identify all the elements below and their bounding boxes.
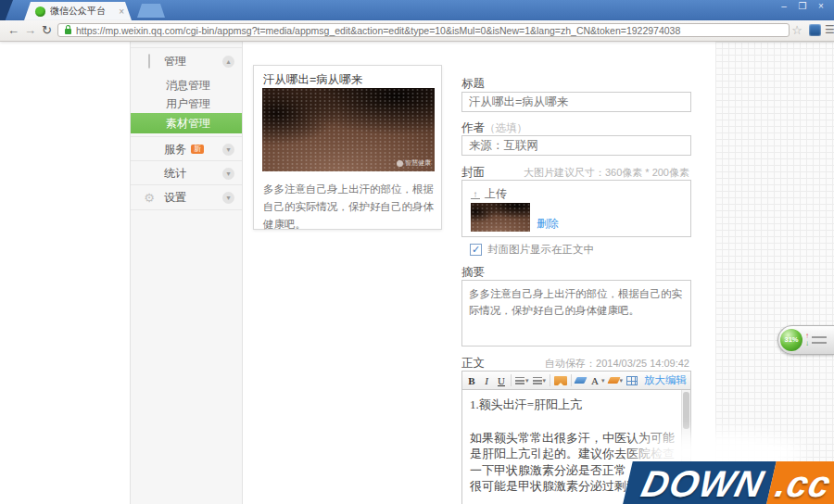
cover-thumbnail[interactable] bbox=[471, 203, 530, 232]
bold-button[interactable]: B bbox=[466, 375, 477, 386]
download-arrow-icon: ↓ bbox=[805, 340, 809, 347]
sidebar: 管理 ▴ 消息管理 用户管理 素材管理 服务 新 ▾ 统计 ▾ bbox=[130, 42, 243, 504]
summary-label: 摘要 bbox=[461, 265, 485, 281]
editor-paragraph: 1.额头出汗=肝阳上亢 bbox=[470, 397, 677, 413]
enlarge-editor-link[interactable]: 放大编辑 bbox=[644, 373, 687, 387]
browser-tab[interactable]: 微信公众平台 × bbox=[24, 2, 132, 20]
speed-orb[interactable]: 31% bbox=[780, 329, 802, 351]
upload-icon: ↑ bbox=[471, 190, 480, 199]
browser-titlebar: 微信公众平台 × – ❐ × bbox=[0, 0, 834, 20]
gear-icon: ⚙ bbox=[142, 192, 157, 204]
close-button[interactable]: × bbox=[812, 0, 830, 15]
chevron-up-icon[interactable]: ▴ bbox=[222, 56, 234, 68]
minimize-button[interactable]: – bbox=[775, 0, 793, 15]
insert-image-button[interactable] bbox=[554, 376, 567, 385]
sidebar-item-message-manage[interactable]: 消息管理 bbox=[131, 77, 242, 94]
sidebar-label: 统计 bbox=[164, 166, 186, 182]
browser-toolbar: ← → ↻ ☆ ☰ bbox=[0, 20, 834, 42]
cover-upload-area: ↑ 上传 删除 bbox=[461, 180, 691, 237]
refresh-button[interactable]: ↻ bbox=[39, 22, 55, 38]
sidebar-item-manage[interactable]: 管理 ▴ bbox=[131, 47, 242, 74]
address-bar[interactable] bbox=[57, 23, 790, 37]
sidebar-item-material-manage[interactable]: 素材管理 bbox=[131, 113, 242, 133]
browser-menu-icon[interactable]: ☰ bbox=[825, 22, 834, 38]
editor-scrollbar-thumb[interactable] bbox=[683, 392, 689, 429]
toolbar-separator bbox=[571, 374, 572, 386]
chevron-down-icon[interactable]: ▾ bbox=[222, 192, 234, 204]
article-description: 多多注意自己身上出汗的部位，根据自己的实际情况，保护好自己的身体健康吧。 bbox=[263, 181, 434, 233]
restore-button[interactable]: ❐ bbox=[793, 0, 812, 15]
inbox-icon bbox=[142, 55, 157, 68]
show-cover-checkbox-row[interactable]: ✓ 封面图片显示在正文中 bbox=[470, 243, 594, 257]
chevron-down-icon[interactable]: ▾ bbox=[222, 144, 234, 156]
body-label: 正文 bbox=[461, 356, 485, 372]
speed-text-clipped bbox=[812, 336, 827, 344]
upload-button[interactable]: ↑ 上传 bbox=[471, 186, 507, 202]
toolbar-separator bbox=[550, 374, 550, 386]
image-watermark: 智慧健康 bbox=[397, 158, 431, 168]
autosave-status: 自动保存：2014/03/25 14:09:42 bbox=[545, 357, 689, 371]
checkbox-checked-icon[interactable]: ✓ bbox=[470, 244, 482, 256]
traffic-arrows: ↑ ↓ bbox=[805, 333, 809, 347]
sidebar-label: 管理 bbox=[164, 54, 186, 69]
extension-icon[interactable] bbox=[809, 24, 821, 36]
cover-label: 封面 bbox=[461, 165, 485, 181]
downcc-logo-blue: DOWN bbox=[622, 461, 776, 504]
window-edge bbox=[0, 0, 13, 20]
https-lock-icon bbox=[65, 29, 71, 34]
font-color-button[interactable]: A▾ bbox=[589, 375, 605, 386]
author-label: 作者（选填） bbox=[461, 120, 527, 136]
format-brush-button[interactable] bbox=[574, 377, 587, 384]
title-input[interactable] bbox=[461, 92, 691, 112]
editor-toolbar: B I U ▾ ▾ A▾ ▾ 放大编辑 bbox=[461, 371, 691, 390]
back-button[interactable]: ← bbox=[6, 22, 21, 38]
delete-cover-link[interactable]: 删除 bbox=[537, 216, 559, 232]
chevron-down-icon[interactable]: ▾ bbox=[222, 168, 234, 180]
ordered-list-button[interactable]: ▾ bbox=[515, 377, 529, 384]
article-preview-card[interactable]: 汗从哪出=病从哪来 智慧健康 多多注意自己身上出汗的部位，根据自己的实际情况，保… bbox=[253, 65, 442, 230]
checkbox-label: 封面图片显示在正文中 bbox=[487, 243, 594, 257]
sidebar-label: 设置 bbox=[164, 190, 186, 206]
author-input[interactable] bbox=[461, 135, 691, 156]
wechat-favicon-icon bbox=[35, 6, 45, 17]
sidebar-item-user-manage[interactable]: 用户管理 bbox=[131, 95, 242, 113]
title-label: 标题 bbox=[461, 76, 485, 92]
insert-table-button[interactable] bbox=[626, 376, 638, 385]
sidebar-label: 服务 bbox=[164, 142, 186, 158]
forward-button[interactable]: → bbox=[22, 22, 38, 38]
underline-button[interactable]: U bbox=[496, 375, 507, 386]
url-input[interactable] bbox=[76, 25, 784, 36]
article-cover-image: 智慧健康 bbox=[262, 88, 435, 171]
browser-window: 微信公众平台 × – ❐ × ← → ↻ ☆ ☰ 管理 ▴ bbox=[0, 0, 834, 504]
new-badge: 新 bbox=[191, 145, 204, 154]
sidebar-sub-label: 消息管理 bbox=[166, 78, 210, 94]
cover-size-hint: 大图片建议尺寸：360像素 * 200像素 bbox=[524, 166, 689, 180]
bookmark-star-icon[interactable]: ☆ bbox=[791, 22, 802, 38]
sidebar-sub-label: 用户管理 bbox=[166, 96, 210, 112]
sidebar-item-stats[interactable]: 统计 ▾ bbox=[131, 160, 242, 185]
downcc-watermark: DOWN .cc bbox=[622, 461, 834, 504]
sidebar-item-service[interactable]: 服务 新 ▾ bbox=[131, 136, 242, 161]
author-optional-hint: （选填） bbox=[485, 122, 527, 133]
italic-button[interactable]: I bbox=[481, 375, 492, 386]
article-title: 汗从哪出=病从哪来 bbox=[263, 72, 432, 88]
floating-speed-widget[interactable]: 31% ↑ ↓ bbox=[777, 325, 834, 355]
new-tab-button[interactable] bbox=[137, 4, 165, 18]
watermark-logo-icon bbox=[397, 160, 403, 167]
sidebar-item-settings[interactable]: ⚙ 设置 ▾ bbox=[131, 184, 242, 210]
downcc-logo-orange: .cc bbox=[765, 461, 834, 504]
bullet-list-button[interactable]: ▾ bbox=[533, 377, 547, 384]
summary-textarea[interactable]: 多多注意自己身上出汗的部位，根据自己的实际情况，保护好自己的身体健康吧。 bbox=[461, 280, 691, 346]
toolbar-separator bbox=[511, 374, 512, 386]
sidebar-sub-label-active: 素材管理 bbox=[166, 116, 210, 132]
tab-title: 微信公众平台 bbox=[50, 5, 115, 18]
tab-close-icon[interactable]: × bbox=[119, 6, 124, 17]
highlight-button[interactable]: ▾ bbox=[609, 377, 624, 384]
